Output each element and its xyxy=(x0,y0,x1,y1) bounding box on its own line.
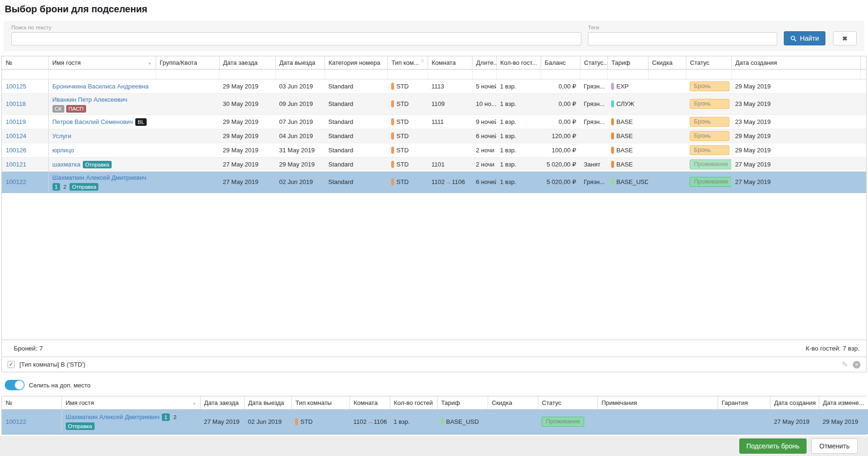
quick-filter-cell[interactable] xyxy=(541,69,580,79)
quick-filter-cell[interactable] xyxy=(686,69,731,79)
assign-booking-button[interactable]: Подселить бронь xyxy=(739,438,807,454)
quick-filter-cell[interactable] xyxy=(156,69,219,79)
booking-id-link[interactable]: 100126 xyxy=(6,147,26,154)
cell-balance: 0,00 ₽ xyxy=(541,79,580,93)
filter-checkbox[interactable]: ✓ xyxy=(8,361,15,368)
table-row[interactable]: 100124Услуги29 May 201904 Jun 2019Standa… xyxy=(2,129,866,143)
quick-filter-cell[interactable] xyxy=(648,69,686,79)
quick-filter-cell[interactable] xyxy=(860,69,866,79)
cell-modified: 29 May 2019 xyxy=(819,409,868,434)
bottom-action-bar: Подселить бронь Отменить xyxy=(0,436,868,456)
column-header-label: Скидка xyxy=(652,59,673,66)
column-header[interactable]: Примечания xyxy=(597,396,718,409)
column-header[interactable]: Категория номера xyxy=(324,56,387,69)
quick-filter-cell[interactable] xyxy=(387,69,428,79)
column-header[interactable]: Тип комнаты xyxy=(291,396,350,409)
quick-filter-cell[interactable] xyxy=(472,69,496,79)
column-header[interactable]: Кол-во гост... xyxy=(496,56,541,69)
cell-discount xyxy=(648,114,686,129)
table-row[interactable]: 100119Петров Василий СеменовичBL29 May 2… xyxy=(2,114,866,129)
cancel-button[interactable]: Отменить xyxy=(811,438,858,454)
quick-filter-cell[interactable] xyxy=(580,69,607,79)
search-input[interactable] xyxy=(11,32,581,45)
guest-name-link[interactable]: Броничкина Василиса Андреевна xyxy=(53,83,149,90)
clear-search-button[interactable]: ✖ xyxy=(833,31,857,45)
column-header[interactable]: Длите... xyxy=(472,56,496,69)
cell-checkout: 07 Jun 2019 xyxy=(275,114,324,129)
column-header[interactable]: Тип ком... xyxy=(387,56,428,69)
column-header[interactable]: Тариф xyxy=(607,56,648,69)
column-header[interactable]: Дата выезда xyxy=(275,56,324,69)
quick-filter-cell[interactable] xyxy=(428,69,472,79)
cell-balance: 5 020,00 ₽ xyxy=(541,171,580,193)
quick-filter-cell[interactable] xyxy=(324,69,387,79)
quick-filter-cell[interactable] xyxy=(607,69,648,79)
remove-filter-icon[interactable]: ✕ xyxy=(853,361,860,368)
table-row[interactable]: 100126юрлицо29 May 201931 May 2019Standa… xyxy=(2,143,866,157)
quick-filter-cell[interactable] xyxy=(219,69,275,79)
column-header[interactable]: № xyxy=(2,396,61,409)
guest-name-link[interactable]: Услуги xyxy=(53,132,71,140)
column-header[interactable]: Скидка xyxy=(488,396,538,409)
column-header[interactable]: Дата измене... xyxy=(819,396,868,409)
cell-tariff: EXP xyxy=(607,79,648,93)
column-header[interactable]: Баланс xyxy=(541,56,580,69)
column-header[interactable]: Статус... xyxy=(580,56,607,69)
quick-filter-cell[interactable] xyxy=(731,69,860,79)
column-header[interactable]: Скидка xyxy=(648,56,686,69)
quick-filter-cell[interactable] xyxy=(275,69,324,79)
guest-name-link[interactable]: Иванкин Петр Алексеевич xyxy=(53,96,127,103)
table-row[interactable]: 100121шахматкаОтправка27 May 201929 May … xyxy=(2,157,866,171)
main-bookings-table: №Имя гостя▲Группа/КвотаДата заездаДата в… xyxy=(2,56,866,193)
column-header[interactable]: Тариф xyxy=(437,396,488,409)
column-header[interactable]: Статус xyxy=(538,396,597,409)
table-row[interactable]: 100118Иванкин Петр АлексеевичСКПАСП30 Ma… xyxy=(2,93,866,114)
column-header[interactable]: Комната xyxy=(350,396,390,409)
tags-input-label: Теги xyxy=(588,25,777,30)
column-header[interactable]: Дата создания xyxy=(731,56,860,69)
booking-id-link[interactable]: 100124 xyxy=(6,132,26,140)
cell-balance: 0,00 ₽ xyxy=(541,114,580,129)
column-header[interactable]: Дата создания xyxy=(770,396,819,409)
column-header-spacer[interactable] xyxy=(860,56,866,69)
cell-name: Шахматкин Алексей Дмитриевич12Отправка xyxy=(61,409,200,434)
guest-name-link[interactable]: Шахматкин Алексей Дмитриевич xyxy=(53,174,147,181)
column-header[interactable]: Имя гостя▲ xyxy=(48,56,156,69)
cell-name: Броничкина Василиса Андреевна xyxy=(48,79,156,93)
booking-id-link[interactable]: 100118 xyxy=(6,100,26,107)
column-header[interactable]: Комната xyxy=(428,56,472,69)
table-row[interactable]: 100122Шахматкин Алексей Дмитриевич12Отпр… xyxy=(2,171,866,193)
column-header[interactable]: № xyxy=(2,56,48,69)
quick-filter-cell[interactable] xyxy=(48,69,156,79)
booking-id-link[interactable]: 100122 xyxy=(6,418,26,425)
column-header[interactable]: Гарантия xyxy=(718,396,770,409)
guest-name-link[interactable]: Шахматкин Алексей Дмитриевич xyxy=(66,413,160,421)
cell-group xyxy=(156,157,219,171)
bookings-table-scroll[interactable]: №Имя гостя▲Группа/КвотаДата заездаДата в… xyxy=(2,56,866,340)
table-row[interactable]: 100125Броничкина Василиса Андреевна29 Ma… xyxy=(2,79,866,93)
tags-input[interactable] xyxy=(588,32,777,45)
cell-room_type: STD xyxy=(387,93,428,114)
booking-id-link[interactable]: 100121 xyxy=(6,161,26,168)
cell-occ xyxy=(580,143,607,157)
guest-name-link[interactable]: шахматка xyxy=(53,161,80,168)
column-header[interactable]: Кол-во гостей xyxy=(390,396,437,409)
column-header[interactable]: Статус xyxy=(686,56,731,69)
column-header[interactable]: Дата заезда xyxy=(219,56,275,69)
booking-id-link[interactable]: 100119 xyxy=(6,118,26,125)
cell-created: 29 May 2019 xyxy=(731,143,860,157)
extra-bed-toggle[interactable] xyxy=(5,380,25,390)
guest-name-link[interactable]: юрлицо xyxy=(53,147,74,154)
edit-filter-icon[interactable]: ✎ xyxy=(842,360,848,369)
table-row[interactable]: 100122Шахматкин Алексей Дмитриевич12Отпр… xyxy=(2,409,868,434)
quick-filter-cell[interactable] xyxy=(496,69,541,79)
find-button[interactable]: Найти xyxy=(784,31,825,45)
column-header[interactable]: Имя гостя▲ xyxy=(61,396,200,409)
quick-filter-cell[interactable] xyxy=(2,69,48,79)
column-header[interactable]: Дата выезда xyxy=(244,396,291,409)
column-header[interactable]: Группа/Квота xyxy=(156,56,219,69)
booking-id-link[interactable]: 100125 xyxy=(6,83,26,90)
column-header[interactable]: Дата заезда xyxy=(200,396,244,409)
booking-id-link[interactable]: 100122 xyxy=(6,178,26,185)
guest-name-link[interactable]: Петров Василий Семенович xyxy=(53,118,133,125)
